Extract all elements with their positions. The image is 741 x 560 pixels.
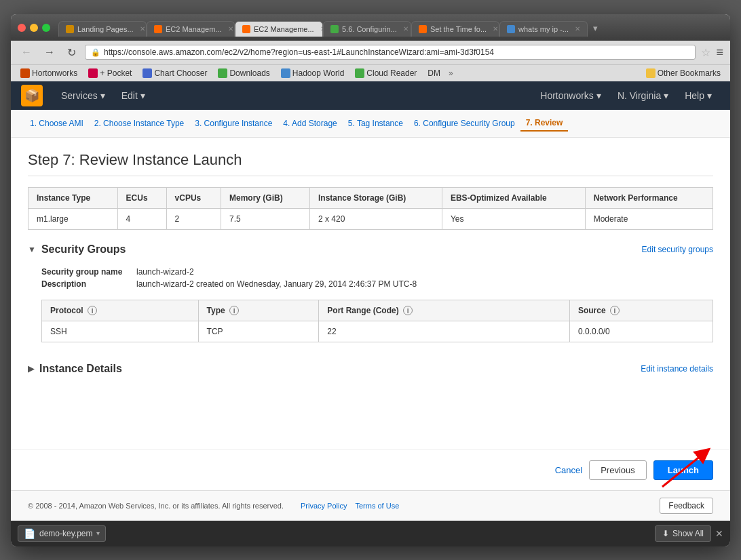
tab-6[interactable]: whats my ip -... ✕ bbox=[499, 21, 588, 37]
bookmark-star-icon[interactable]: ☆ bbox=[701, 46, 710, 59]
bookmark-label: DM bbox=[428, 68, 440, 78]
back-button[interactable]: ← bbox=[18, 45, 35, 60]
tab-5[interactable]: Set the Time fo... ✕ bbox=[411, 21, 499, 37]
minimize-button[interactable] bbox=[30, 24, 38, 32]
download-bar-close-icon[interactable]: ✕ bbox=[715, 528, 723, 539]
tab-2[interactable]: EC2 Managem... ✕ bbox=[147, 21, 235, 37]
tab-more-icon[interactable]: ▾ bbox=[588, 20, 603, 37]
privacy-policy-link[interactable]: Privacy Policy bbox=[301, 502, 347, 510]
file-icon: 📄 bbox=[24, 528, 35, 539]
bookmark-hadoop-world[interactable]: Hadoop World bbox=[278, 67, 347, 79]
tab-4[interactable]: 5.6. Configurin... ✕ bbox=[323, 21, 411, 37]
edit-security-groups-link[interactable]: Edit security groups bbox=[642, 245, 713, 254]
tab-1[interactable]: Landing Pages... ✕ bbox=[58, 21, 147, 37]
bookmark-other[interactable]: Other Bookmarks bbox=[643, 67, 723, 79]
footer-links: Privacy Policy Terms of Use bbox=[301, 502, 399, 510]
wizard-step-4[interactable]: 4. Add Storage bbox=[278, 116, 342, 131]
cancel-button[interactable]: Cancel bbox=[555, 465, 582, 475]
bookmark-folder-icon bbox=[646, 68, 656, 78]
expand-instance-details-icon[interactable]: ▶ bbox=[28, 364, 34, 374]
region-chevron-icon: ▾ bbox=[664, 90, 668, 101]
wizard-bar: 1. Choose AMI 2. Choose Instance Type 3.… bbox=[11, 110, 730, 138]
wizard-step-6[interactable]: 6. Configure Security Group bbox=[408, 116, 520, 131]
bookmark-downloads[interactable]: Downloads bbox=[215, 67, 272, 79]
traffic-lights bbox=[18, 24, 50, 32]
services-nav[interactable]: Services ▾ bbox=[53, 81, 113, 110]
help-nav[interactable]: Help ▾ bbox=[677, 81, 720, 110]
refresh-button[interactable]: ↻ bbox=[64, 45, 79, 60]
wizard-step-2[interactable]: 2. Choose Instance Type bbox=[89, 116, 190, 131]
protocol-info-icon[interactable]: i bbox=[88, 306, 97, 315]
aws-content: Step 7: Review Instance Launch Instance … bbox=[11, 138, 730, 449]
action-area: Cancel Previous Launch bbox=[11, 449, 730, 490]
close-button[interactable] bbox=[18, 24, 26, 32]
sg-desc-label: Description bbox=[41, 279, 136, 289]
help-chevron-icon: ▾ bbox=[707, 90, 712, 101]
terms-of-use-link[interactable]: Terms of Use bbox=[355, 502, 399, 510]
table-row: SSH TCP 22 0.0.0.0/0 bbox=[42, 321, 713, 342]
security-rules-table: Protocol i Type i Port Range (Code) i bbox=[41, 300, 713, 343]
browser-window: Landing Pages... ✕ EC2 Managem... ✕ EC2 … bbox=[11, 14, 730, 546]
bookmark-dm[interactable]: DM bbox=[425, 67, 443, 79]
col-protocol: Protocol i bbox=[42, 300, 199, 321]
title-bar: Landing Pages... ✕ EC2 Managem... ✕ EC2 … bbox=[11, 14, 730, 41]
tab-3-active[interactable]: EC2 Manageme... ✕ bbox=[235, 21, 323, 37]
col-ebs: EBS-Optimized Available bbox=[442, 187, 585, 208]
wizard-step-1[interactable]: 1. Choose AMI bbox=[24, 116, 89, 131]
bookmark-chart-chooser[interactable]: Chart Chooser bbox=[140, 67, 210, 79]
port-info-icon[interactable]: i bbox=[403, 306, 413, 315]
nav-bar: ← → ↻ 🔒 https://console.aws.amazon.com/e… bbox=[11, 41, 730, 64]
edit-instance-details-link[interactable]: Edit instance details bbox=[641, 364, 713, 374]
tab-icon bbox=[330, 25, 339, 33]
cell-source: 0.0.0.0/0 bbox=[569, 321, 712, 342]
type-info-icon[interactable]: i bbox=[229, 306, 239, 315]
wizard-step-7[interactable]: 7. Review bbox=[520, 115, 569, 132]
account-label: Hortonworks bbox=[540, 90, 594, 101]
tab-close-icon[interactable]: ✕ bbox=[228, 25, 233, 33]
collapse-security-icon[interactable]: ▼ bbox=[28, 245, 36, 254]
bookmark-cloud-reader[interactable]: Cloud Reader bbox=[352, 67, 419, 79]
download-item[interactable]: 📄 demo-key.pem ▾ bbox=[18, 525, 106, 542]
cell-storage: 2 x 420 bbox=[309, 208, 442, 229]
account-nav[interactable]: Hortonworks ▾ bbox=[532, 81, 609, 110]
sg-desc-value: launch-wizard-2 created on Wednesday, Ja… bbox=[136, 279, 417, 289]
cell-network: Moderate bbox=[585, 208, 712, 229]
bookmarks-more[interactable]: » bbox=[449, 68, 453, 78]
bookmark-icon bbox=[281, 68, 290, 78]
menu-icon[interactable]: ≡ bbox=[716, 45, 723, 60]
bookmark-pocket[interactable]: + Pocket bbox=[86, 67, 134, 79]
cell-ecus: 4 bbox=[117, 208, 166, 229]
maximize-button[interactable] bbox=[42, 24, 50, 32]
feedback-button[interactable]: Feedback bbox=[660, 498, 713, 514]
address-bar[interactable]: 🔒 https://console.aws.amazon.com/ec2/v2/… bbox=[85, 45, 696, 60]
browser-tabs: Landing Pages... ✕ EC2 Managem... ✕ EC2 … bbox=[58, 20, 723, 37]
tab-icon bbox=[242, 25, 250, 33]
instance-details-title[interactable]: ▶ Instance Details bbox=[28, 363, 122, 375]
cell-vcpus: 2 bbox=[166, 208, 221, 229]
tab-label: whats my ip -... bbox=[518, 25, 569, 33]
bookmark-icon bbox=[355, 68, 364, 78]
wizard-step-5[interactable]: 5. Tag Instance bbox=[343, 116, 408, 131]
source-info-icon[interactable]: i bbox=[610, 306, 620, 315]
wizard-step-3[interactable]: 3. Configure Instance bbox=[189, 116, 278, 131]
previous-button[interactable]: Previous bbox=[589, 460, 647, 480]
region-nav[interactable]: N. Virginia ▾ bbox=[609, 81, 677, 110]
tab-close-icon[interactable]: ✕ bbox=[575, 25, 580, 33]
col-port-range: Port Range (Code) i bbox=[319, 300, 570, 321]
launch-button[interactable]: Launch bbox=[653, 460, 713, 480]
col-type: Type i bbox=[198, 300, 319, 321]
show-all-button[interactable]: ⬇ Show All bbox=[655, 525, 711, 542]
download-chevron-icon[interactable]: ▾ bbox=[96, 529, 100, 537]
tab-close-icon[interactable]: ✕ bbox=[403, 25, 408, 33]
tab-close-icon[interactable]: ✕ bbox=[493, 25, 498, 33]
download-filename: demo-key.pem bbox=[39, 529, 92, 538]
edit-nav[interactable]: Edit ▾ bbox=[113, 81, 153, 110]
tab-icon bbox=[419, 25, 427, 33]
forward-button[interactable]: → bbox=[41, 45, 58, 60]
bookmark-label: + Pocket bbox=[100, 68, 132, 78]
instance-type-table: Instance Type ECUs vCPUs Memory (GiB) In… bbox=[28, 187, 713, 230]
tab-close-icon[interactable]: ✕ bbox=[140, 25, 145, 33]
aws-logo: 📦 bbox=[21, 85, 43, 106]
cell-ebs: Yes bbox=[442, 208, 585, 229]
bookmark-hortonworks[interactable]: Hortonworks bbox=[18, 67, 80, 79]
